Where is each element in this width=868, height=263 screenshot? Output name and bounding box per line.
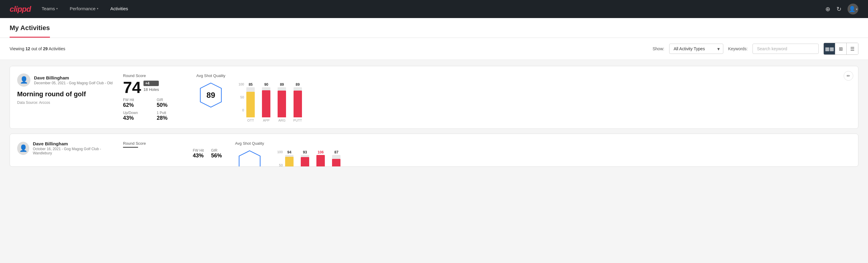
round-score-row: 74 +4 18 Holes [123,79,183,95]
bar-app-label: APP [263,119,270,122]
bar-ott-fill [246,92,255,117]
bar-chart-section-2: 100 50 0 94 OTT 93 [277,141,851,167]
score-badge: +4 [144,81,159,86]
card-left: 👤 Dave Billingham December 05, 2021 - Go… [17,74,114,105]
bar2-app: 93 APP [301,150,309,167]
bar2-putt: 87 PUTT [332,150,341,167]
viewing-count-text: Viewing 12 out of 29 Activities [10,46,648,51]
svg-marker-1 [239,151,260,167]
bar-putt-outer [293,87,302,117]
avatar-chevron-icon: ▾ [856,7,858,11]
avg-shot-quality-section-2: Avg Shot Quality [231,141,268,167]
bar2-ott: 94 OTT [285,150,293,167]
navbar: clippd Teams ▾ Performance ▾ Activities … [0,0,868,18]
bar-putt: 89 PUTT [293,83,302,113]
gir-stat: GIR 50% [157,98,183,108]
bar-app-value: 90 [265,83,268,87]
gir-value: 50% [157,102,183,108]
bar-ott-outer [246,87,255,117]
show-label: Show: [653,46,664,51]
user-avatar-icon: 👤 [20,76,28,84]
user-name: Dave Billingham [34,75,113,80]
keywords-label: Keywords: [728,46,748,51]
nav-performance[interactable]: Performance ▾ [69,0,99,18]
search-input[interactable] [752,43,819,54]
y-label-0: 0 [239,108,244,112]
gir-2: GIR 56% [211,148,222,159]
avg-shot-quality-label: Avg Shot Quality [196,74,225,78]
bar-ott: 85 OTT [246,83,255,113]
updown-label: Up/Down [123,111,150,115]
navbar-right: ⊕ ↻ 👤 ▾ [825,4,858,14]
bar-chart-section: 100 50 0 85 OTT [239,74,851,113]
bar-arg-fill [278,91,286,117]
user-name-2: Dave Billingham [33,141,114,146]
user-row-2: 👤 Dave Billingham October 16, 2021 - Gog… [17,141,114,155]
avatar-2: 👤 [17,142,29,155]
nav-activities[interactable]: Activities [109,0,129,18]
activity-type-select-wrapper: All Activity Types [669,43,723,54]
bar-app: 90 APP [262,83,270,113]
page-title: My Activities [10,18,50,38]
fw-hit-value-2: 43% [193,152,204,159]
chart-y-axis-2: 100 50 0 [277,150,283,167]
page-header: My Activities [0,18,868,38]
activities-list: ✏ 👤 Dave Billingham December 05, 2021 - … [0,60,868,178]
data-source: Data Source: Arccos [17,100,114,105]
view-toggles: ▦▦ ⊞ ☰ [824,43,858,55]
user-info: Dave Billingham December 05, 2021 - Gog … [34,75,113,85]
activity-type-select[interactable]: All Activity Types [669,43,723,54]
round-score-label: Round Score [123,74,183,78]
grid-view-icon: ⊞ [839,46,843,52]
bar-ott-value: 85 [249,83,253,87]
bar-arg-value: 89 [280,83,284,87]
avg-shot-quality-label-2: Avg Shot Quality [235,141,264,146]
add-icon[interactable]: ⊕ [825,5,830,12]
teams-chevron-icon: ▾ [56,7,58,10]
bar2-ott-value: 94 [287,150,291,154]
shot-quality-hexagon-2 [236,149,263,167]
y-label-50: 50 [239,95,244,99]
gir-label: GIR [157,98,183,102]
gir-value-2: 56% [211,152,222,159]
viewing-total: 29 [43,46,48,51]
bar2-app-value: 93 [303,150,307,154]
oneputt-label: 1 Putt [157,111,183,115]
round-score-value: 74 [123,79,141,95]
refresh-icon[interactable]: ↻ [836,5,841,12]
card-left-2: 👤 Dave Billingham October 16, 2021 - Gog… [17,141,114,159]
shot-quality-value: 89 [207,91,215,100]
list-view-button[interactable]: ▦▦ [824,43,835,55]
user-date: December 05, 2021 - Gog Magog Golf Club … [34,81,113,85]
bar-app-outer [262,87,270,117]
bar-ott-label: OTT [247,119,254,122]
fw-hit-value: 62% [123,102,150,108]
logo[interactable]: clippd [10,4,31,14]
holes-label: 18 Holes [144,87,159,92]
fw-hit-label: FW Hit [123,98,150,102]
chart-y-axis: 100 50 0 [239,83,244,113]
stat-grid: FW Hit 62% GIR 50% Up/Down 43% 1 Putt 28… [123,98,183,121]
activity-title: Morning round of golf [17,90,114,98]
oneputt-value: 28% [157,115,183,121]
bar-putt-fill [293,91,302,117]
compact-view-button[interactable]: ☰ [847,43,858,55]
activity-card-2: 👤 Dave Billingham October 16, 2021 - Gog… [10,134,858,167]
compact-view-icon: ☰ [850,46,855,52]
updown-value: 43% [123,115,150,121]
grid-view-button[interactable]: ⊞ [835,43,847,55]
bar2-arg: 106 ARG [316,150,325,167]
bar-app-fill [262,90,270,117]
chart-bars-2: 94 OTT 93 [285,150,851,167]
user-date-2: October 16, 2021 - Gog Magog Golf Club -… [33,147,114,155]
partial-stats-2: FW Hit 43% GIR 56% [193,141,222,159]
filter-bar: Viewing 12 out of 29 Activities Show: Al… [0,38,868,60]
avatar[interactable]: 👤 ▾ [847,4,858,14]
bar-arg-outer [278,87,286,117]
nav-teams[interactable]: Teams ▾ [40,0,59,18]
user-avatar-icon-2: 👤 [19,144,27,152]
updown-stat: Up/Down 43% [123,111,150,121]
chart-bars: 85 OTT 90 [246,83,851,113]
bar-putt-value: 89 [296,83,300,87]
bar-arg: 89 ARG [278,83,286,113]
